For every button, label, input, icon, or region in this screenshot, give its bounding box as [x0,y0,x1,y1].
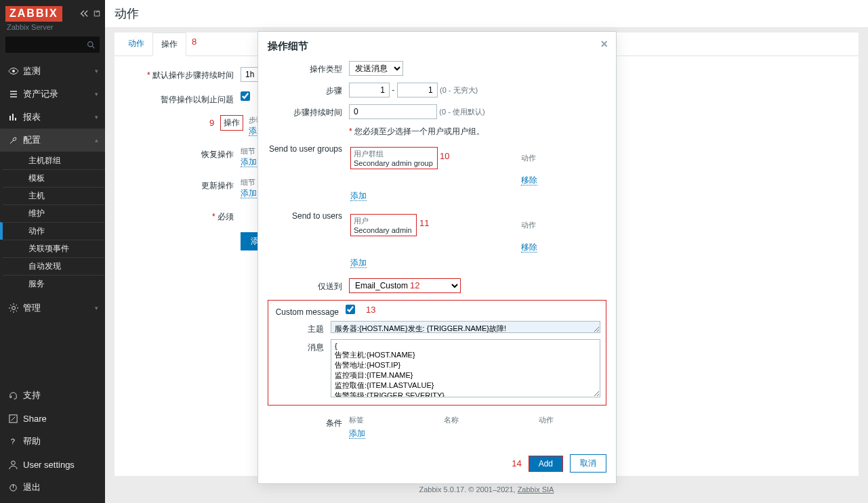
tab-operation[interactable]: 操作 [152,32,186,56]
page-title: 动作 [105,0,868,27]
user-icon [8,460,23,470]
annot-10: 10 [440,151,449,161]
cond-h2: 名称 [444,415,539,425]
cond-add-link[interactable]: 添加 [349,429,365,439]
custommsg-label: Custom message [270,305,346,317]
wrench-icon [8,135,23,146]
subnav-maintain[interactable]: 维护 [3,204,105,222]
optype-select[interactable]: 发送消息 [349,61,403,76]
steps-hint: (0 - 无穷大) [440,86,478,94]
sidebar: ZABBIX Zabbix Server 监测 ▾ 资产记录 ▾ [0,0,105,503]
nav-monitor-label: 监测 [23,65,41,77]
update-col: 细节 [241,177,257,188]
pause-checkbox[interactable] [241,91,250,101]
groups-header: 用户群组 [354,149,433,159]
foot-help[interactable]: ? 帮助 [0,430,105,453]
sendto-select[interactable]: Email_Custom [349,278,461,293]
must-select-hint: 您必须至少选择一个用户或用户组。 [354,127,484,136]
annot-11: 11 [419,218,429,228]
default-duration-input[interactable] [241,67,260,82]
foot-support-label: 支持 [23,389,41,401]
share-icon [8,414,23,424]
subject-input[interactable]: 服务器:{HOST.NAME}发生: {TRIGGER.NAME}故障! [331,321,600,333]
chevron-up-icon: ▴ [95,137,98,144]
close-icon[interactable]: × [600,37,608,51]
list-icon [8,89,23,100]
group-remove-link[interactable]: 移除 [521,175,537,185]
subnav-service[interactable]: 服务 [3,275,105,292]
brand-logo[interactable]: ZABBIX [5,6,62,22]
users-header: 用户 [354,216,412,226]
duration-input[interactable] [349,104,437,119]
svg-text:?: ? [11,437,15,445]
recover-add-link[interactable]: 添加 [241,157,257,167]
nav-inventory[interactable]: 资产记录 ▾ [0,83,105,106]
req-note: 必须 [218,212,234,221]
svg-point-0 [88,41,93,46]
message-label: 消息 [270,339,331,399]
update-label: 更新操作 [201,181,234,190]
eye-icon [8,66,23,76]
subnav-discovery[interactable]: 自动发现 [3,257,105,275]
recover-label: 恢复操作 [201,150,234,159]
svg-point-2 [12,307,16,310]
collapse-icon[interactable] [79,9,89,18]
modal-title: 操作细节 [268,40,308,51]
foot-share[interactable]: Share [0,407,105,430]
action-header: 动作 [521,146,605,172]
search-input[interactable] [9,40,87,49]
message-input[interactable]: { 告警主机:{HOST.NAME} 告警地址:{HOST.IP} 监控项目:{… [331,339,600,397]
foot-usersettings[interactable]: User settings [0,453,105,476]
sendto-label: 仅送到 [268,278,349,293]
nav-admin-label: 管理 [23,302,41,314]
modal-add-button[interactable]: Add [529,456,563,472]
server-label: Zabbix Server [0,23,105,31]
steps-label: 步骤 [268,83,349,97]
nav-report[interactable]: 报表 ▾ [0,106,105,129]
duration-label: 步骤持续时间 [268,104,349,119]
foot-logout[interactable]: 退出 [0,476,105,499]
modal-cancel-button[interactable]: 取消 [570,454,606,473]
power-icon [8,483,23,493]
nav-config[interactable]: 配置 ▴ [0,129,105,152]
nav-admin[interactable]: 管理 ▾ [0,297,105,320]
cond-h1: 标签 [349,415,444,425]
users-add-link[interactable]: 添加 [350,258,367,268]
nav-report-label: 报表 [23,111,41,123]
subnav-event[interactable]: 关联项事件 [3,240,105,257]
popout-icon[interactable] [93,9,101,18]
svg-point-1 [12,70,15,72]
recover-col: 细节 [241,146,257,156]
users-action-header: 动作 [521,213,605,239]
search-icon[interactable] [87,41,96,49]
gear-icon [8,303,23,313]
chevron-down-icon: ▾ [95,305,98,311]
svg-point-5 [12,460,16,464]
nav-inventory-label: 资产记录 [23,88,58,100]
update-add-link[interactable]: 添加 [241,188,257,198]
foot-share-label: Share [23,414,47,424]
search-box[interactable] [5,37,100,53]
subnav-template[interactable]: 模板 [3,169,105,187]
optype-label: 操作类型 [268,61,349,76]
user-remove-link[interactable]: 移除 [521,242,537,253]
cond-label: 条件 [268,415,349,439]
step-from-input[interactable] [349,83,390,97]
pause-label: 暂停操作以制止问题 [161,95,234,104]
nav-monitor[interactable]: 监测 ▾ [0,60,105,83]
annot-12: 12 [410,280,419,290]
tab-action[interactable]: 动作 [120,32,152,56]
groups-add-link[interactable]: 添加 [350,191,367,201]
subnav-host[interactable]: 主机 [3,187,105,204]
footer-link[interactable]: Zabbix SIA [518,485,554,494]
subnav-hostgroup[interactable]: 主机群组 [3,152,105,169]
user-row: Secondary admin [354,226,412,234]
cond-h3: 动作 [539,415,554,425]
foot-support[interactable]: 支持 [0,384,105,407]
chevron-down-icon: ▾ [95,91,98,97]
custommsg-checkbox[interactable] [346,305,355,314]
duration-hint: (0 - 使用默认) [439,108,484,116]
support-icon [8,391,23,401]
step-to-input[interactable] [397,83,438,97]
subnav-action[interactable]: 动作 [0,222,105,240]
